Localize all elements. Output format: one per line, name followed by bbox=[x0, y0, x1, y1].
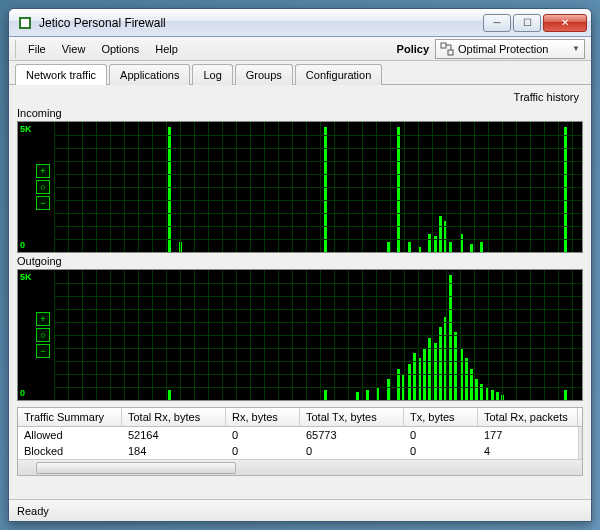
traffic-history-label: Traffic history bbox=[17, 89, 583, 105]
app-window: Jetico Personal Firewall ─ ☐ ✕ File View… bbox=[8, 8, 592, 522]
tab-network-traffic[interactable]: Network traffic bbox=[15, 64, 107, 85]
outgoing-ymax: 5K bbox=[20, 272, 32, 282]
incoming-ymax: 5K bbox=[20, 124, 32, 134]
policy-dropdown[interactable]: Optimal Protection ▼ bbox=[435, 39, 585, 59]
outgoing-chart: 5K 0 + ○ − bbox=[17, 269, 583, 401]
zoom-out-icon[interactable]: − bbox=[36, 344, 50, 358]
outgoing-ymin: 0 bbox=[20, 388, 25, 398]
zoom-reset-icon[interactable]: ○ bbox=[36, 180, 50, 194]
incoming-chart: 5K 0 + ○ − bbox=[17, 121, 583, 253]
th-summary[interactable]: Traffic Summary bbox=[18, 408, 122, 426]
client-area: Traffic history Incoming 5K 0 + ○ − Outg… bbox=[9, 85, 591, 499]
tabstrip: Network traffic Applications Log Groups … bbox=[9, 61, 591, 85]
table-row[interactable]: Allowed 52164 0 65773 0 177 bbox=[18, 427, 578, 443]
tab-applications[interactable]: Applications bbox=[109, 64, 190, 85]
menu-help[interactable]: Help bbox=[147, 40, 186, 58]
maximize-button[interactable]: ☐ bbox=[513, 14, 541, 32]
status-text: Ready bbox=[17, 505, 49, 517]
window-title: Jetico Personal Firewall bbox=[39, 16, 483, 30]
tab-groups[interactable]: Groups bbox=[235, 64, 293, 85]
policy-icon bbox=[440, 42, 454, 56]
th-total-rx[interactable]: Total Rx, bytes bbox=[122, 408, 226, 426]
horizontal-scrollbar[interactable] bbox=[18, 459, 582, 475]
zoom-out-icon[interactable]: − bbox=[36, 196, 50, 210]
incoming-ymin: 0 bbox=[20, 240, 25, 250]
policy-label: Policy bbox=[391, 40, 435, 58]
summary-table: Traffic Summary Total Rx, bytes Rx, byte… bbox=[17, 407, 583, 476]
th-total-rx-pk[interactable]: Total Rx, packets bbox=[478, 408, 578, 426]
th-rx[interactable]: Rx, bytes bbox=[226, 408, 300, 426]
close-button[interactable]: ✕ bbox=[543, 14, 587, 32]
row-label: Allowed bbox=[18, 427, 122, 443]
table-header: Traffic Summary Total Rx, bytes Rx, byte… bbox=[18, 408, 582, 427]
zoom-reset-icon[interactable]: ○ bbox=[36, 328, 50, 342]
tab-log[interactable]: Log bbox=[192, 64, 232, 85]
titlebar[interactable]: Jetico Personal Firewall ─ ☐ ✕ bbox=[9, 9, 591, 37]
th-tx[interactable]: Tx, bytes bbox=[404, 408, 478, 426]
svg-rect-1 bbox=[21, 19, 29, 27]
incoming-label: Incoming bbox=[17, 105, 583, 121]
app-icon bbox=[17, 15, 33, 31]
zoom-in-icon[interactable]: + bbox=[36, 164, 50, 178]
statusbar: Ready bbox=[9, 499, 591, 521]
table-row[interactable]: Blocked 184 0 0 0 4 bbox=[18, 443, 578, 459]
tab-configuration[interactable]: Configuration bbox=[295, 64, 382, 85]
menu-view[interactable]: View bbox=[54, 40, 94, 58]
th-total-tx[interactable]: Total Tx, bytes bbox=[300, 408, 404, 426]
menu-options[interactable]: Options bbox=[93, 40, 147, 58]
vertical-scrollbar[interactable] bbox=[578, 427, 582, 459]
minimize-button[interactable]: ─ bbox=[483, 14, 511, 32]
outgoing-label: Outgoing bbox=[17, 253, 583, 269]
svg-rect-2 bbox=[441, 43, 446, 48]
menu-file[interactable]: File bbox=[20, 40, 54, 58]
chevron-down-icon: ▼ bbox=[572, 44, 580, 53]
row-label: Blocked bbox=[18, 443, 122, 459]
zoom-in-icon[interactable]: + bbox=[36, 312, 50, 326]
svg-rect-3 bbox=[448, 50, 453, 55]
policy-selected: Optimal Protection bbox=[458, 43, 548, 55]
menubar: File View Options Help Policy Optimal Pr… bbox=[9, 37, 591, 61]
